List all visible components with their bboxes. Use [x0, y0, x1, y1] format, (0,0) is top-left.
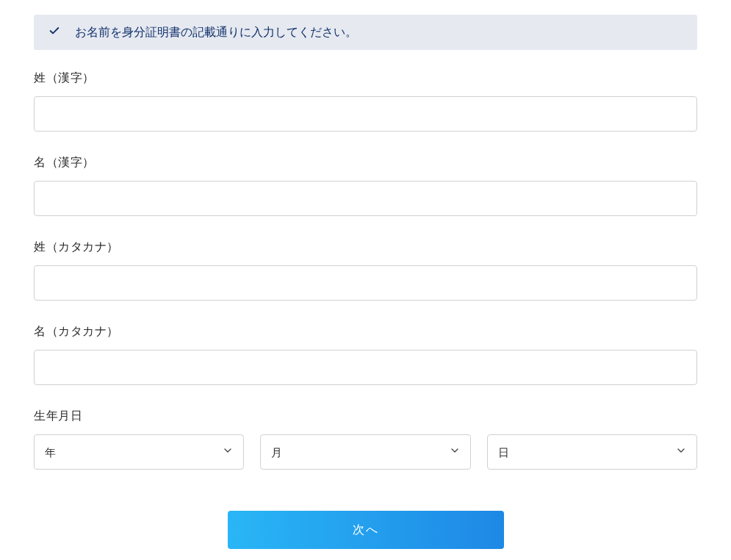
banner-text: お名前を身分証明書の記載通りに入力してください。 — [75, 24, 357, 41]
month-select-wrapper: 月 — [260, 434, 470, 470]
day-select[interactable]: 日 — [487, 434, 697, 470]
info-banner: お名前を身分証明書の記載通りに入力してください。 — [34, 15, 697, 50]
form-group-first-name-katakana: 名（カタカナ） — [34, 324, 697, 385]
submit-row: 次へ — [34, 511, 697, 549]
month-select[interactable]: 月 — [260, 434, 470, 470]
first-name-katakana-label: 名（カタカナ） — [34, 324, 697, 340]
form-group-dob: 生年月日 年 月 日 — [34, 409, 697, 470]
form-group-first-name-kanji: 名（漢字） — [34, 155, 697, 216]
first-name-kanji-input[interactable] — [34, 181, 697, 216]
day-select-wrapper: 日 — [487, 434, 697, 470]
next-button[interactable]: 次へ — [228, 511, 504, 549]
check-icon — [48, 25, 60, 40]
dob-label: 生年月日 — [34, 409, 697, 424]
last-name-katakana-input[interactable] — [34, 265, 697, 301]
form-group-last-name-kanji: 姓（漢字） — [34, 71, 697, 132]
form-group-last-name-katakana: 姓（カタカナ） — [34, 240, 697, 301]
first-name-katakana-input[interactable] — [34, 350, 697, 385]
last-name-kanji-label: 姓（漢字） — [34, 71, 697, 86]
year-select[interactable]: 年 — [34, 434, 244, 470]
dob-row: 年 月 日 — [34, 434, 697, 470]
first-name-kanji-label: 名（漢字） — [34, 155, 697, 170]
year-select-wrapper: 年 — [34, 434, 244, 470]
last-name-kanji-input[interactable] — [34, 96, 697, 132]
last-name-katakana-label: 姓（カタカナ） — [34, 240, 697, 255]
